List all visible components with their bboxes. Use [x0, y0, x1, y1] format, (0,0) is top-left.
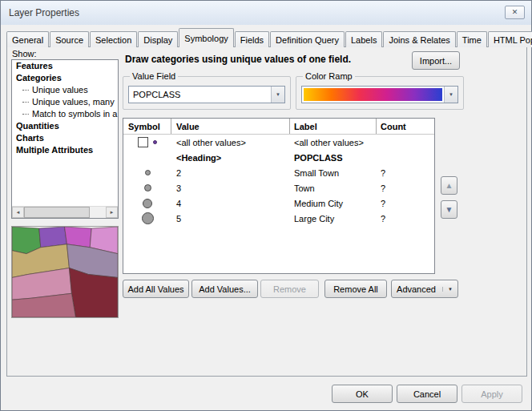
tree-horizontal-scrollbar[interactable]: ◄ ► — [12, 206, 118, 218]
label-cell: Small Town — [290, 165, 377, 180]
remove-button: Remove — [260, 280, 319, 298]
class-symbol-dot[interactable] — [143, 199, 152, 208]
label-cell: Medium City — [290, 195, 377, 211]
remove-all-label: Remove All — [333, 284, 378, 294]
move-up-button[interactable]: ▲ — [441, 176, 457, 195]
move-down-button[interactable]: ▼ — [441, 200, 457, 219]
scroll-left-icon: ◄ — [16, 210, 21, 215]
value-field-selected: POPCLASS — [129, 90, 271, 99]
show-item-charts[interactable]: Charts — [12, 132, 118, 144]
cancel-button[interactable]: Cancel — [397, 385, 457, 403]
value-field-label: Value Field — [130, 71, 178, 81]
tab-labels[interactable]: Labels — [345, 31, 382, 47]
tab-selection[interactable]: Selection — [90, 31, 137, 47]
show-item-unique-values[interactable]: Unique values — [12, 84, 118, 96]
header-count[interactable]: Count — [377, 119, 434, 134]
ok-button[interactable]: OK — [332, 385, 393, 403]
chevron-down-icon: ▼ — [276, 92, 280, 97]
symbol-cell — [123, 135, 171, 150]
map-preview — [11, 226, 119, 318]
map-preview-image — [12, 227, 118, 317]
scroll-right-icon: ► — [110, 210, 115, 215]
apply-label: Apply — [481, 389, 503, 399]
close-button[interactable]: ✕ — [505, 6, 525, 19]
symbol-cell — [123, 195, 171, 211]
tab-fields[interactable]: Fields — [235, 31, 269, 47]
value-cell: 3 — [171, 180, 290, 195]
titlebar[interactable]: Layer Properties ✕ — [1, 1, 531, 25]
tab-definition-query[interactable]: Definition Query — [270, 31, 345, 47]
scroll-right-button[interactable]: ► — [106, 207, 118, 218]
add-all-values-button[interactable]: Add All Values — [123, 280, 189, 298]
tab-joins-relates[interactable]: Joins & Relates — [383, 31, 455, 47]
advanced-dropdown-icon: ▼ — [442, 287, 453, 292]
table-header-row: Symbol Value Label Count — [123, 119, 434, 135]
class-symbol-dot[interactable] — [144, 184, 151, 191]
label-cell: POPCLASS — [290, 150, 377, 165]
value-cell: 2 — [171, 165, 290, 180]
tab-html-popup[interactable]: HTML Popup — [488, 31, 532, 47]
apply-button: Apply — [461, 385, 522, 403]
show-item-label: Unique values — [32, 84, 88, 96]
table-row[interactable]: 4 Medium City ? — [123, 195, 434, 211]
show-item-multiple-attributes[interactable]: Multiple Attributes — [12, 144, 118, 156]
remove-all-button[interactable]: Remove All — [324, 280, 387, 298]
value-cell: 5 — [171, 211, 290, 226]
show-item-categories[interactable]: Categories — [12, 72, 118, 84]
symbol-cell — [123, 211, 171, 226]
value-cell: <all other values> — [171, 135, 290, 150]
show-item-unique-values-many[interactable]: Unique values, many — [12, 96, 118, 108]
add-values-button[interactable]: Add Values... — [191, 280, 258, 298]
show-label: Show: — [12, 49, 37, 58]
value-field-dropdown[interactable]: POPCLASS ▼ — [128, 86, 285, 103]
scroll-left-button[interactable]: ◄ — [12, 207, 24, 218]
scrollbar-track[interactable] — [24, 207, 106, 218]
color-ramp-label: Color Ramp — [303, 71, 355, 81]
tab-display[interactable]: Display — [138, 31, 178, 47]
table-row[interactable]: 2 Small Town ? — [123, 165, 434, 180]
show-item-quantities[interactable]: Quantities — [12, 120, 118, 132]
color-ramp-dropdown-button[interactable]: ▼ — [444, 87, 457, 103]
all-other-values-symbol[interactable] — [153, 140, 157, 144]
label-cell: Town — [290, 180, 377, 195]
table-row[interactable]: <Heading> POPCLASS — [123, 150, 434, 165]
close-icon: ✕ — [512, 8, 518, 16]
tab-time[interactable]: Time — [457, 31, 487, 47]
arrow-up-icon: ▲ — [445, 181, 453, 190]
unique-values-table: Symbol Value Label Count <all other valu… — [123, 118, 435, 274]
ok-label: OK — [356, 389, 369, 399]
color-ramp-group: Color Ramp ▼ — [296, 76, 464, 110]
table-row[interactable]: 3 Town ? — [123, 180, 434, 195]
show-item-features[interactable]: Features — [12, 60, 118, 72]
add-all-values-label: Add All Values — [127, 284, 183, 294]
arrow-down-icon: ▼ — [445, 205, 453, 214]
advanced-button[interactable]: Advanced ▼ — [391, 280, 458, 298]
count-cell: ? — [377, 211, 434, 226]
count-cell — [377, 135, 434, 150]
class-symbol-dot[interactable] — [142, 212, 154, 224]
symbology-tab-panel: Show: Features Categories Unique values … — [6, 46, 527, 377]
layer-properties-dialog: Layer Properties ✕ General Source Select… — [0, 0, 532, 411]
add-values-label: Add Values... — [199, 284, 251, 294]
scrollbar-thumb[interactable] — [24, 207, 90, 218]
class-symbol-dot[interactable] — [145, 170, 151, 175]
all-other-values-checkbox[interactable] — [138, 137, 148, 147]
show-item-match-symbols[interactable]: Match to symbols in a — [12, 108, 118, 120]
value-field-group: Value Field POPCLASS ▼ — [123, 76, 291, 110]
tab-general[interactable]: General — [6, 31, 49, 47]
show-item-label: Match to symbols in a — [32, 108, 117, 120]
value-field-dropdown-button[interactable]: ▼ — [271, 87, 284, 103]
header-label[interactable]: Label — [290, 119, 377, 134]
tab-source[interactable]: Source — [50, 31, 89, 47]
color-ramp-dropdown[interactable]: ▼ — [301, 86, 458, 103]
table-row[interactable]: <all other values> <all other values> — [123, 135, 434, 150]
table-row[interactable]: 5 Large City ? — [123, 211, 434, 226]
count-cell — [377, 150, 434, 165]
header-value[interactable]: Value — [171, 119, 290, 134]
symbol-cell — [123, 150, 171, 165]
advanced-label: Advanced — [397, 284, 436, 294]
value-cell: <Heading> — [171, 150, 290, 165]
header-symbol[interactable]: Symbol — [123, 119, 171, 134]
import-button[interactable]: Import... — [412, 51, 460, 70]
tab-symbology[interactable]: Symbology — [179, 28, 233, 47]
